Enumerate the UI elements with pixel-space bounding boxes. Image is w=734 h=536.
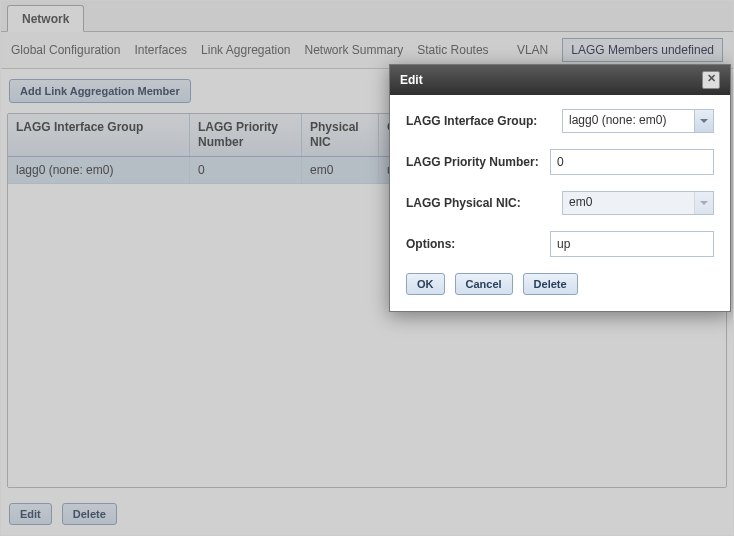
top-tab-strip: Network (1, 1, 733, 32)
label-lagg-interface-group: LAGG Interface Group: (406, 114, 554, 128)
col-header-nic[interactable]: Physical NIC (302, 114, 379, 156)
app-window: Network Global Configuration Interfaces … (0, 0, 734, 536)
lagg-physical-nic-value: em0 (563, 192, 694, 214)
edit-button[interactable]: Edit (9, 503, 52, 525)
chevron-down-icon (694, 192, 713, 214)
ok-button[interactable]: OK (406, 273, 445, 295)
subnav-global-configuration[interactable]: Global Configuration (11, 43, 120, 57)
subnav-static-routes[interactable]: Static Routes (417, 43, 488, 57)
dialog-actions: OK Cancel Delete (406, 273, 714, 295)
subnav-vlan[interactable]: VLAN (517, 43, 548, 57)
subnav-network-summary[interactable]: Network Summary (305, 43, 404, 57)
cancel-button[interactable]: Cancel (455, 273, 513, 295)
field-row-group: LAGG Interface Group: lagg0 (none: em0) (406, 109, 714, 133)
chevron-down-icon[interactable] (694, 110, 713, 132)
lagg-priority-input[interactable] (550, 149, 714, 175)
label-lagg-priority: LAGG Priority Number: (406, 155, 542, 169)
delete-button[interactable]: Delete (62, 503, 117, 525)
dialog-titlebar[interactable]: Edit ✕ (390, 65, 730, 95)
col-header-priority[interactable]: LAGG Priority Number (190, 114, 302, 156)
field-row-options: Options: (406, 231, 714, 257)
cell-group: lagg0 (none: em0) (8, 157, 190, 183)
lagg-interface-group-select[interactable]: lagg0 (none: em0) (562, 109, 714, 133)
tab-network[interactable]: Network (7, 5, 84, 32)
label-lagg-physical-nic: LAGG Physical NIC: (406, 196, 554, 210)
lagg-physical-nic-select[interactable]: em0 (562, 191, 714, 215)
subnav-lagg-members[interactable]: LAGG Members undefined (562, 38, 723, 62)
field-row-nic: LAGG Physical NIC: em0 (406, 191, 714, 215)
subnav-link-aggregation[interactable]: Link Aggregation (201, 43, 290, 57)
lagg-interface-group-value: lagg0 (none: em0) (563, 110, 694, 132)
edit-dialog: Edit ✕ LAGG Interface Group: lagg0 (none… (389, 64, 731, 312)
cell-priority: 0 (190, 157, 302, 183)
dialog-delete-button[interactable]: Delete (523, 273, 578, 295)
cell-nic: em0 (302, 157, 379, 183)
subnav-interfaces[interactable]: Interfaces (134, 43, 187, 57)
add-lagg-member-button[interactable]: Add Link Aggregation Member (9, 79, 191, 103)
label-options: Options: (406, 237, 542, 251)
dialog-title-text: Edit (400, 73, 423, 87)
col-header-group[interactable]: LAGG Interface Group (8, 114, 190, 156)
grid-footer-actions: Edit Delete (9, 503, 117, 525)
dialog-body: LAGG Interface Group: lagg0 (none: em0) … (390, 95, 730, 311)
close-icon[interactable]: ✕ (702, 71, 720, 89)
field-row-priority: LAGG Priority Number: (406, 149, 714, 175)
options-input[interactable] (550, 231, 714, 257)
